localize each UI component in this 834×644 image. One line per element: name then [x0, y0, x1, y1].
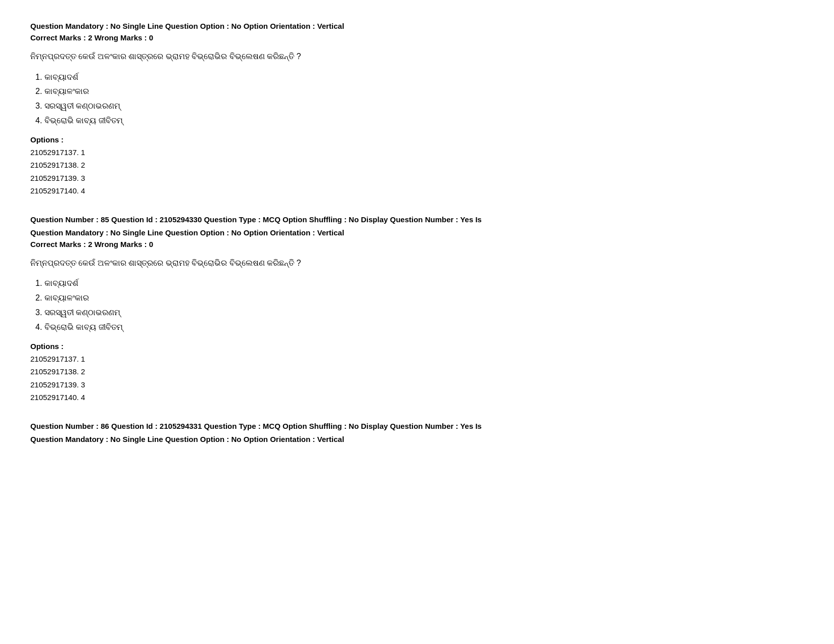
meta-line-1: Question Mandatory : No Single Line Ques…	[30, 20, 804, 32]
options-list-85: 1. କାବ୍ୟାଦର୍ଶ 2. କାବ୍ୟାଳଂକାର 3. ସରସ୍ୱତୀ …	[30, 276, 804, 334]
option-85-2: 2. କାବ୍ୟାଳଂକାର	[35, 291, 804, 306]
option-id-85-4: 21052917140. 4	[30, 391, 804, 404]
meta-line-85-1: Question Number : 85 Question Id : 21052…	[30, 214, 804, 226]
option-85-3: 3. ସରସ୍ୱତୀ କଣ୍ଠାଭରଣମ୍	[35, 306, 804, 320]
meta-line-85-2: Question Mandatory : No Single Line Ques…	[30, 227, 804, 239]
section-top: Question Mandatory : No Single Line Ques…	[30, 20, 804, 197]
option-id-85-2: 21052917138. 2	[30, 365, 804, 378]
option-4: 4. ବିଭ୍ରୋଭି କାବ୍ୟ ଜୀବିତମ୍	[35, 114, 804, 128]
option-ids-top: 21052917137. 1 21052917138. 2 2105291713…	[30, 146, 804, 197]
page-content: Question Mandatory : No Single Line Ques…	[30, 20, 804, 445]
option-id-85-1: 21052917137. 1	[30, 353, 804, 366]
options-label-top: Options :	[30, 135, 804, 144]
question-text-85: ନିମ୍ନପ୍ରଦତ୍ତ କେଉଁ ଅଳଂକାର ଶାସ୍ତ୍ରରେ ଭ୍ରାମ…	[30, 257, 804, 270]
option-85-4: 4. ବିଭ୍ରୋଭି କାବ୍ୟ ଜୀବିତମ୍	[35, 320, 804, 335]
option-ids-85: 21052917137. 1 21052917138. 2 2105291713…	[30, 353, 804, 404]
meta-line-86-1: Question Number : 86 Question Id : 21052…	[30, 420, 804, 432]
option-id-2: 21052917138. 2	[30, 159, 804, 172]
option-id-1: 21052917137. 1	[30, 146, 804, 159]
option-id-85-3: 21052917139. 3	[30, 378, 804, 391]
marks-line-1: Correct Marks : 2 Wrong Marks : 0	[30, 33, 804, 42]
option-2: 2. କାବ୍ୟାଳଂକାର	[35, 84, 804, 99]
options-list-top: 1. କାବ୍ୟାଦର୍ଶ 2. କାବ୍ୟାଳଂକାର 3. ସରସ୍ୱତୀ …	[30, 70, 804, 128]
option-id-3: 21052917139. 3	[30, 172, 804, 185]
question-text-top: ନିମ୍ନପ୍ରଦତ୍ତ କେଉଁ ଅଳଂକାର ଶାସ୍ତ୍ରରେ ଭ୍ରାମ…	[30, 50, 804, 63]
option-1: 1. କାବ୍ୟାଦର୍ଶ	[35, 70, 804, 85]
marks-line-85: Correct Marks : 2 Wrong Marks : 0	[30, 240, 804, 249]
section-85: Question Number : 85 Question Id : 21052…	[30, 214, 804, 404]
options-label-85: Options :	[30, 342, 804, 351]
section-86: Question Number : 86 Question Id : 21052…	[30, 420, 804, 445]
option-85-1: 1. କାବ୍ୟାଦର୍ଶ	[35, 276, 804, 291]
option-3: 3. ସରସ୍ୱତୀ କଣ୍ଠାଭରଣମ୍	[35, 99, 804, 114]
option-id-4: 21052917140. 4	[30, 184, 804, 197]
meta-line-86-2: Question Mandatory : No Single Line Ques…	[30, 433, 804, 445]
